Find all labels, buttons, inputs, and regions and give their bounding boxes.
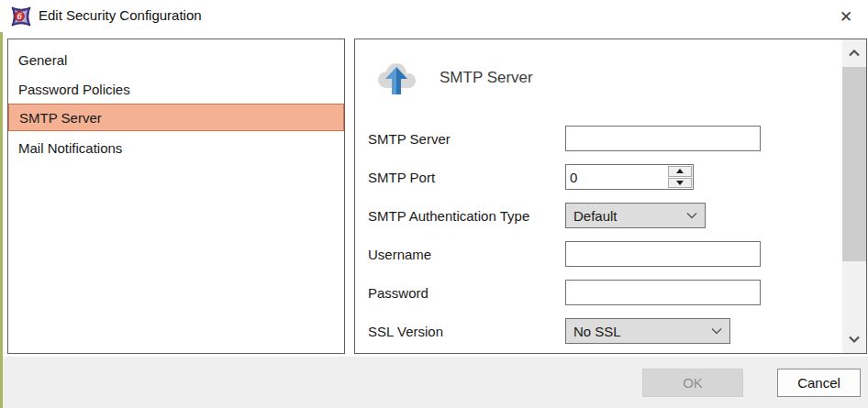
smtp-port-label: SMTP Port [368,164,435,190]
nav-item-password-policies[interactable]: Password Policies [8,74,344,104]
smtp-server-label: SMTP Server [368,126,451,151]
form-row-ssl-version: SSL Version No SSL [355,318,866,344]
username-label: Username [368,241,431,267]
scrollbar-up-icon[interactable] [842,39,866,67]
smtp-port-stepper [565,164,694,190]
password-label: Password [368,280,428,305]
dialog-footer: OK Cancel [3,357,868,408]
ssl-version-select[interactable]: No SSL [565,318,730,344]
close-icon[interactable]: ✕ [831,2,861,31]
titlebar: 6 Edit Security Configuration ✕ [0,0,868,33]
form-row-password: Password [355,280,866,305]
password-input[interactable] [565,280,761,305]
nav-item-general[interactable]: General [8,45,344,74]
edit-security-configuration-dialog: 6 Edit Security Configuration ✕ General … [0,0,868,408]
spinner-buttons [667,165,693,189]
nav-item-mail-notifications[interactable]: Mail Notifications [8,133,344,162]
form-row-smtp-port: SMTP Port [355,164,866,190]
ssl-version-value: No SSL [573,324,711,339]
nav-item-smtp-server[interactable]: SMTP Server [8,104,344,131]
accent-strip [0,32,3,408]
smtp-server-input[interactable] [565,126,761,151]
cloud-upload-icon [373,60,419,98]
smtp-port-input[interactable] [566,165,667,189]
form-row-smtp-server: SMTP Server [355,126,866,151]
smtp-server-panel: SMTP Server SMTP Server SMTP Port SMTP A… [354,39,867,354]
panel-title: SMTP Server [440,69,533,87]
form-row-smtp-auth-type: SMTP Authentication Type Default [355,203,866,228]
svg-text:6: 6 [17,11,22,21]
chevron-down-icon [711,327,722,335]
ok-button[interactable]: OK [642,369,743,397]
smtp-auth-type-select[interactable]: Default [565,203,706,228]
form-row-username: Username [355,241,866,267]
smtp-auth-type-value: Default [573,208,686,224]
spinner-down-icon[interactable] [668,178,692,189]
cancel-button[interactable]: Cancel [777,369,861,397]
ssl-version-label: SSL Version [368,318,443,344]
chevron-down-icon [686,212,697,219]
smtp-auth-type-label: SMTP Authentication Type [368,203,529,228]
vertical-scrollbar[interactable] [842,39,866,353]
scrollbar-down-icon[interactable] [842,325,866,353]
scrollbar-thumb[interactable] [842,67,866,261]
settings-nav-panel: General Password Policies SMTP Server Ma… [7,39,345,354]
window-title: Edit Security Configuration [39,7,202,23]
username-input[interactable] [565,241,761,267]
app-icon: 6 [11,6,31,27]
spinner-up-icon[interactable] [668,166,692,177]
